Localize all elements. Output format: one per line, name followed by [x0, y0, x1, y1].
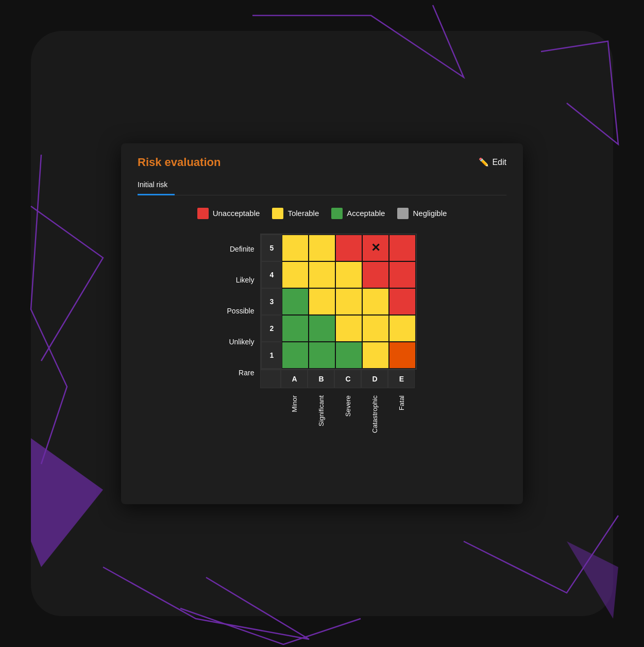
cell-5D[interactable]: ✕ — [362, 235, 389, 261]
cell-3A[interactable] — [282, 288, 309, 315]
cell-2C[interactable] — [335, 315, 362, 342]
col-text-spacer — [260, 392, 281, 444]
col-label-D: D — [361, 370, 388, 388]
row-label-unlikely: Unlikely — [227, 328, 257, 355]
legend-label-tolerable: Tolerable — [287, 209, 319, 218]
legend-label-acceptable: Acceptable — [347, 209, 385, 218]
col-text-severe: Severe — [334, 392, 361, 444]
cell-2E[interactable] — [389, 315, 416, 342]
col-text-severe-label: Severe — [344, 395, 352, 417]
num-5: 5 — [261, 235, 282, 261]
cell-1A[interactable] — [282, 342, 309, 369]
legend-item-tolerable: Tolerable — [272, 208, 319, 219]
legend: Unacceptable Tolerable Acceptable Neglig… — [138, 208, 506, 219]
cell-4A[interactable] — [282, 261, 309, 288]
col-label-E: E — [388, 370, 415, 388]
legend-color-negligible — [397, 208, 409, 219]
legend-color-unacceptable — [197, 208, 209, 219]
num-1: 1 — [261, 342, 282, 369]
cell-5B[interactable] — [309, 235, 335, 261]
cell-5C[interactable] — [335, 235, 362, 261]
col-text-minor-label: Minor — [291, 395, 298, 412]
tab-bar: Initial risk — [138, 177, 506, 195]
cell-5E[interactable] — [389, 235, 416, 261]
edit-button[interactable]: ✏️ Edit — [479, 157, 506, 167]
matrix-right: 5 ✕ 4 — [260, 234, 417, 444]
col-label-B: B — [308, 370, 334, 388]
legend-label-unacceptable: Unacceptable — [213, 209, 260, 218]
cell-1C[interactable] — [335, 342, 362, 369]
cell-1D[interactable] — [362, 342, 389, 369]
panel-header: Risk evaluation ✏️ Edit — [138, 156, 506, 169]
col-text-catastrophic: Catastrophic — [361, 392, 388, 444]
tab-initial-risk[interactable]: Initial risk — [138, 177, 175, 195]
row-labels: Definite Likely Possible Unlikely Rare — [227, 234, 257, 388]
row-label-rare: Rare — [227, 359, 257, 386]
panel-title: Risk evaluation — [138, 156, 221, 169]
legend-item-unacceptable: Unacceptable — [197, 208, 260, 219]
num-2: 2 — [261, 315, 282, 342]
matrix-wrapper: Definite Likely Possible Unlikely Rare 5 — [227, 234, 417, 444]
matrix-grid-area: Definite Likely Possible Unlikely Rare 5 — [227, 234, 417, 444]
cell-2B[interactable] — [309, 315, 335, 342]
col-letter-labels: A B C D E — [260, 370, 417, 388]
row-label-possible: Possible — [227, 297, 257, 324]
pencil-icon: ✏️ — [479, 157, 489, 167]
col-text-minor: Minor — [281, 392, 308, 444]
risk-evaluation-panel: Risk evaluation ✏️ Edit Initial risk Una… — [121, 143, 523, 504]
col-text-significant-label: Significant — [317, 395, 325, 426]
legend-label-negligible: Negligible — [413, 209, 447, 218]
col-label-A: A — [281, 370, 308, 388]
cell-3C[interactable] — [335, 288, 362, 315]
cell-2D[interactable] — [362, 315, 389, 342]
col-text-significant: Significant — [308, 392, 334, 444]
risk-matrix-grid: 5 ✕ 4 — [260, 234, 417, 370]
col-text-catastrophic-label: Catastrophic — [371, 395, 379, 433]
legend-color-tolerable — [272, 208, 283, 219]
cell-4E[interactable] — [389, 261, 416, 288]
matrix-container: Definite Likely Possible Unlikely Rare 5 — [138, 234, 506, 444]
cell-2A[interactable] — [282, 315, 309, 342]
legend-item-negligible: Negligible — [397, 208, 447, 219]
col-label-C: C — [334, 370, 361, 388]
edit-label: Edit — [492, 158, 506, 167]
cell-4B[interactable] — [309, 261, 335, 288]
cell-3E[interactable] — [389, 288, 416, 315]
cell-3B[interactable] — [309, 288, 335, 315]
cell-4C[interactable] — [335, 261, 362, 288]
cell-4D[interactable] — [362, 261, 389, 288]
col-text-labels: Minor Significant Severe Catastrophic Fa — [260, 392, 417, 444]
row-label-likely: Likely — [227, 267, 257, 293]
num-3: 3 — [261, 288, 282, 315]
cell-3D[interactable] — [362, 288, 389, 315]
legend-color-acceptable — [331, 208, 343, 219]
legend-item-acceptable: Acceptable — [331, 208, 385, 219]
cell-5A[interactable] — [282, 235, 309, 261]
cell-1E[interactable] — [389, 342, 416, 369]
col-label-empty — [260, 370, 281, 388]
cell-1B[interactable] — [309, 342, 335, 369]
col-text-fatal: Fatal — [388, 392, 415, 444]
col-text-fatal-label: Fatal — [398, 395, 405, 410]
selected-marker: ✕ — [371, 241, 380, 255]
num-4: 4 — [261, 261, 282, 288]
row-label-definite: Definite — [227, 236, 257, 262]
